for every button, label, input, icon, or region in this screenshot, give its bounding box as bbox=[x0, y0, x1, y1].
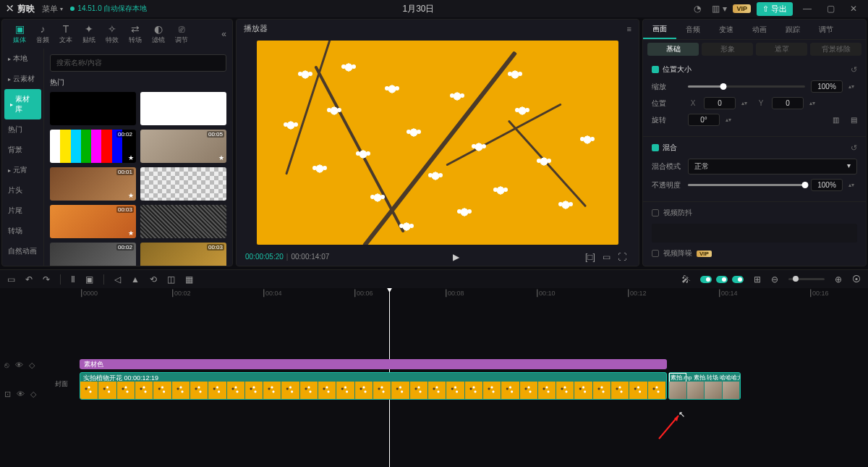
mirror-icon[interactable]: ▦ bbox=[185, 274, 193, 285]
position-x-value[interactable]: 0 bbox=[704, 97, 736, 109]
collapse-panel-icon[interactable]: « bbox=[221, 29, 226, 39]
stepper-icon[interactable]: ▴▾ bbox=[741, 101, 750, 106]
play-button[interactable]: ▶ bbox=[329, 252, 582, 262]
sidebar-item[interactable]: 背景 bbox=[2, 140, 43, 160]
media-thumbnail[interactable] bbox=[50, 92, 136, 125]
video-clip-2[interactable]: 素拍.mp 素拍.转场 哈哈哈大笑 00 bbox=[668, 372, 741, 400]
zoom-out-icon[interactable]: ⊖ bbox=[771, 274, 778, 285]
eye-icon[interactable]: 👁 bbox=[17, 390, 25, 398]
blend-mode-select[interactable]: 正常▾ bbox=[688, 159, 857, 174]
property-subtab[interactable]: 基础 bbox=[647, 43, 699, 56]
checkbox-off-icon[interactable] bbox=[652, 209, 659, 216]
property-tab[interactable]: 音频 bbox=[676, 20, 710, 39]
preview-toggle[interactable] bbox=[732, 276, 744, 283]
video-clip-1[interactable]: 实拍植物开花 00:00:12:19 bbox=[80, 372, 667, 400]
reverse-icon[interactable]: ⟲ bbox=[150, 274, 157, 285]
align-icon[interactable]: ⊞ bbox=[754, 274, 761, 285]
sidebar-item[interactable]: 片头 bbox=[2, 180, 43, 201]
vip-badge[interactable]: VIP bbox=[733, 4, 751, 13]
opacity-slider[interactable] bbox=[688, 184, 805, 186]
scale-value[interactable]: 100% bbox=[811, 80, 843, 93]
ratio-icon[interactable]: ▭ bbox=[598, 252, 614, 262]
opacity-value[interactable]: 100% bbox=[811, 179, 843, 191]
delete-icon[interactable]: ▣ bbox=[85, 274, 93, 285]
zoom-slider[interactable] bbox=[788, 278, 825, 280]
denoise-row[interactable]: 视频降噪 VIP bbox=[643, 243, 866, 264]
maximize-button[interactable]: ▢ bbox=[822, 4, 839, 14]
sidebar-item[interactable]: 转场 bbox=[2, 221, 43, 241]
close-button[interactable]: ✕ bbox=[845, 4, 862, 14]
color-track[interactable]: 素材色 bbox=[80, 359, 667, 369]
fit-screen-icon[interactable]: [□] bbox=[582, 252, 598, 262]
media-thumbnail[interactable]: 00:03★ bbox=[140, 243, 226, 266]
stepper-icon[interactable]: ▴▾ bbox=[848, 85, 857, 89]
property-subtab[interactable]: 形象 bbox=[702, 43, 753, 56]
reset-icon[interactable]: ↺ bbox=[851, 143, 857, 153]
track-controls[interactable]: ⎋👁◇ bbox=[4, 359, 51, 371]
mute-icon[interactable]: ◇ bbox=[29, 361, 35, 370]
property-tab[interactable]: 跟踪 bbox=[776, 20, 809, 39]
undo-icon[interactable]: ↶ bbox=[25, 274, 33, 285]
layout-icon[interactable]: ▥ ▾ bbox=[711, 4, 727, 14]
sidebar-item[interactable]: ▸元宵 bbox=[2, 160, 43, 180]
media-tab-调节[interactable]: ⎚调节 bbox=[170, 23, 193, 45]
property-tab[interactable]: 动画 bbox=[743, 20, 776, 39]
flip-h-icon[interactable]: ▥ bbox=[833, 116, 839, 124]
media-thumbnail[interactable]: 00:03★ bbox=[50, 205, 136, 238]
menu-button[interactable]: 菜单▾ bbox=[42, 4, 63, 14]
media-thumbnail[interactable]: 00:05★ bbox=[140, 130, 226, 163]
media-tab-文本[interactable]: T文本 bbox=[54, 23, 77, 45]
scale-slider[interactable] bbox=[688, 85, 805, 88]
checkbox-on-icon[interactable] bbox=[652, 66, 659, 73]
media-tab-音频[interactable]: ♪音频 bbox=[31, 23, 54, 45]
eye-icon[interactable]: 👁 bbox=[15, 361, 23, 369]
media-tab-媒体[interactable]: ▣媒体 bbox=[8, 23, 31, 45]
checkbox-off-icon[interactable] bbox=[652, 250, 659, 257]
media-tab-转场[interactable]: ⇄转场 bbox=[124, 23, 147, 45]
stepper-icon[interactable]: ▴▾ bbox=[809, 101, 818, 106]
link-toggle[interactable] bbox=[716, 276, 728, 283]
preview-viewport[interactable] bbox=[237, 38, 639, 248]
mark-in-icon[interactable]: ◁ bbox=[114, 274, 121, 285]
timeline-ruler[interactable]: ┃0000┃00:02┃00:04┃00:06┃00:08┃00:10┃00:1… bbox=[55, 288, 868, 303]
stepper-icon[interactable]: ▴▾ bbox=[848, 183, 857, 188]
timeline[interactable]: ⎋👁◇ ⊡👁◇ ┃0000┃00:02┃00:04┃00:06┃00:08┃00… bbox=[0, 288, 868, 467]
snap-toggle[interactable] bbox=[700, 276, 712, 283]
cover-label[interactable]: 封面 bbox=[55, 379, 68, 389]
sidebar-item[interactable]: 片尾 bbox=[2, 201, 43, 221]
media-thumbnail[interactable]: 00:02★ bbox=[50, 243, 136, 266]
property-tab[interactable]: 画面 bbox=[643, 20, 676, 39]
track-controls[interactable]: ⊡👁◇ bbox=[4, 388, 51, 400]
export-button[interactable]: ⇧导出 bbox=[757, 2, 793, 16]
property-tab[interactable]: 变速 bbox=[710, 20, 743, 39]
media-thumbnail[interactable]: 00:02★ bbox=[50, 130, 136, 163]
media-thumbnail[interactable]: 00:01★ bbox=[50, 167, 136, 201]
search-input[interactable]: 搜索名称/内容 bbox=[50, 54, 226, 72]
property-subtab[interactable]: 遮罩 bbox=[756, 43, 807, 56]
media-thumbnail[interactable] bbox=[140, 167, 226, 201]
rotation-value[interactable]: 0° bbox=[688, 114, 720, 126]
sidebar-item[interactable]: 空镜 bbox=[2, 261, 43, 266]
sidebar-item[interactable]: ▸本地 bbox=[2, 49, 43, 69]
feedback-icon[interactable]: ◔ bbox=[689, 4, 705, 14]
split-icon[interactable]: Ⅱ bbox=[71, 274, 75, 285]
media-tab-滤镜[interactable]: ◐滤镜 bbox=[147, 23, 170, 45]
preview-menu-icon[interactable]: ≡ bbox=[627, 25, 631, 33]
mic-icon[interactable]: 🎤︎ bbox=[681, 274, 690, 285]
sidebar-item[interactable]: 自然动画 bbox=[2, 241, 43, 261]
checkbox-on-icon[interactable] bbox=[652, 144, 659, 151]
media-tab-贴纸[interactable]: ✦贴纸 bbox=[77, 23, 101, 45]
redo-icon[interactable]: ↷ bbox=[43, 274, 50, 285]
reset-icon[interactable]: ↺ bbox=[851, 65, 857, 75]
selection-tool-icon[interactable]: ▭ bbox=[7, 274, 15, 285]
position-y-value[interactable]: 0 bbox=[772, 97, 804, 109]
media-thumbnail[interactable] bbox=[140, 205, 226, 238]
sidebar-item[interactable]: 热门 bbox=[2, 119, 43, 140]
zoom-in-icon[interactable]: ⊕ bbox=[835, 274, 842, 285]
zoom-fit-icon[interactable]: ⦿ bbox=[852, 274, 861, 285]
lock-icon[interactable]: ⎋ bbox=[4, 361, 9, 369]
minimize-button[interactable]: — bbox=[799, 4, 816, 14]
crop-icon[interactable]: ◫ bbox=[167, 274, 175, 285]
lock-icon[interactable]: ⊡ bbox=[4, 390, 11, 399]
mark-out-icon[interactable]: ▲ bbox=[131, 274, 140, 285]
